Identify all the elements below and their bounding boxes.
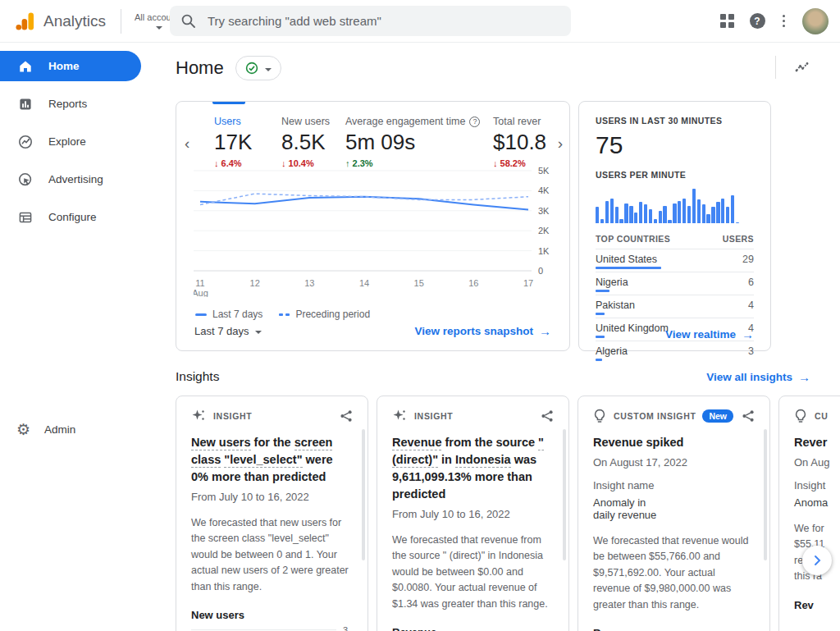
users-per-minute-bar <box>668 220 671 223</box>
insight-mini-chart: 32 <box>191 621 354 631</box>
users-per-minute-bar <box>634 213 637 223</box>
svg-text:17: 17 <box>523 278 533 288</box>
metric-label: New users <box>281 116 330 127</box>
content: ‹ › Users 17K ↓ 6.4% New users 8.5K ↓ 10… <box>176 94 840 631</box>
insight-card[interactable]: INSIGHTRevenue from the source "(direct)… <box>377 396 569 631</box>
users-per-minute-bar <box>736 222 739 223</box>
insights-sparkline-icon[interactable] <box>794 60 810 75</box>
insight-meta: Insight name <box>593 479 755 492</box>
insight-title-segment: for the <box>251 436 294 449</box>
sparkle-icon <box>191 409 206 423</box>
country-name: United States <box>596 254 657 265</box>
svg-text:11: 11 <box>195 278 204 288</box>
insight-card[interactable]: CUReverOn AugInsightAnomaWe for $55,11 r… <box>778 396 840 631</box>
country-row[interactable]: United States29 <box>596 249 754 272</box>
metrics-prev-icon[interactable]: ‹ <box>185 135 189 153</box>
country-bar <box>596 336 605 338</box>
svg-text:13: 13 <box>304 278 314 288</box>
svg-text:2K: 2K <box>538 226 550 235</box>
insight-title: Revenue from the source "(direct)" in In… <box>392 434 554 503</box>
card-scrollbar[interactable] <box>362 429 365 560</box>
insight-card[interactable]: CUSTOM INSIGHTNewRevenue spikedOn August… <box>578 396 770 631</box>
card-scrollbar[interactable] <box>764 429 767 560</box>
sidebar-item-home[interactable]: Home <box>0 51 141 81</box>
help-icon[interactable]: ? <box>750 13 765 29</box>
overview-footer: Last 7 days View reports snapshot→ <box>176 311 569 350</box>
view-reports-snapshot-link[interactable]: View reports snapshot→ <box>414 324 551 338</box>
metric-engagement-time[interactable]: Average engagement time? 5m 09s ↑ 2.3% <box>345 116 493 168</box>
page-title: Home <box>176 57 224 79</box>
svg-text:3K: 3K <box>538 206 550 216</box>
insight-card-header: CU <box>794 409 840 423</box>
arrow-right-icon: → <box>539 324 551 338</box>
users-per-minute-bar <box>711 207 714 223</box>
users-per-minute-bar <box>721 199 724 223</box>
date-range-select[interactable]: Last 7 days <box>194 325 262 337</box>
chevron-down-icon <box>156 26 162 30</box>
chevron-right-icon <box>810 554 824 567</box>
share-icon[interactable] <box>541 409 554 423</box>
avatar[interactable] <box>802 8 829 34</box>
view-realtime-link[interactable]: View realtime→ <box>665 327 754 341</box>
sidebar-item-advertising[interactable]: Advertising <box>0 164 141 194</box>
search-input[interactable] <box>206 13 559 29</box>
country-name: Nigeria <box>596 277 628 288</box>
insight-meta: Insight <box>794 479 840 492</box>
users-per-minute-bar <box>692 189 696 223</box>
country-users: 4 <box>748 299 754 311</box>
new-badge: New <box>702 409 733 423</box>
header-actions <box>775 56 810 79</box>
view-all-insights-link[interactable]: View all insights→ <box>706 370 810 384</box>
users-per-minute-bar <box>629 206 632 223</box>
insight-chart-label: Revenue <box>392 626 554 631</box>
country-row[interactable]: Pakistan4 <box>596 295 754 318</box>
metric-new-users[interactable]: New users 8.5K ↓ 10.4% <box>281 116 345 168</box>
traffic-chart: 5K4K3K2K1K011Aug121314151617 <box>194 167 552 300</box>
country-line: Algeria3 <box>596 345 754 357</box>
sidebar-item-admin[interactable]: ⚙ Admin <box>0 422 75 437</box>
country-users: 3 <box>748 345 754 357</box>
topbar: Analytics All accounts ? <box>0 0 840 43</box>
sidebar-item-explore[interactable]: Explore <box>0 126 141 157</box>
sidebar-item-reports[interactable]: Reports <box>0 89 141 119</box>
country-row[interactable]: Nigeria6 <box>596 272 754 295</box>
country-bar <box>596 313 605 315</box>
users-per-minute-bar <box>702 204 705 223</box>
country-line: United States29 <box>596 254 754 265</box>
page-header: Home <box>151 43 840 94</box>
metric-total-revenue[interactable]: Total rever $10.8 ↓ 58.2% <box>493 116 546 168</box>
metric-value: 5m 09s <box>345 130 493 155</box>
sidebar-item-configure[interactable]: Configure <box>0 202 141 232</box>
country-line: Pakistan4 <box>596 299 754 311</box>
insight-title-segment: Revenue spiked <box>593 436 683 449</box>
header-divider <box>775 56 776 79</box>
metric-users[interactable]: Users 17K ↓ 6.4% <box>214 116 281 168</box>
country-name: Algeria <box>596 345 628 357</box>
insight-card-header: CUSTOM INSIGHTNew <box>593 409 755 423</box>
carousel-next-button[interactable] <box>802 546 832 575</box>
metric-value: 17K <box>214 130 281 155</box>
insight-title-segment: New users <box>191 436 251 450</box>
help-icon[interactable]: ? <box>469 117 480 127</box>
svg-text:Aug: Aug <box>194 288 208 297</box>
card-scrollbar[interactable] <box>563 429 566 560</box>
insight-date: From July 10 to 16, 2022 <box>392 508 554 520</box>
realtime-card: USERS IN LAST 30 MINUTES 75 USERS PER MI… <box>578 101 771 351</box>
users-per-minute-bar <box>726 207 729 223</box>
share-icon[interactable] <box>340 409 353 423</box>
share-icon[interactable] <box>742 409 755 423</box>
insight-card[interactable]: INSIGHTNew users for the screen class "l… <box>176 396 368 631</box>
insight-body: We forecasted that revenue would be betw… <box>593 533 755 613</box>
sidebar-item-label: Admin <box>44 423 75 436</box>
check-circle-icon <box>245 62 258 75</box>
country-row[interactable]: Algeria3 <box>596 341 754 361</box>
chevron-down-icon <box>255 331 262 334</box>
users-per-minute-bar <box>619 219 623 223</box>
search-bar[interactable] <box>170 6 571 36</box>
insight-type-label: INSIGHT <box>213 411 253 421</box>
property-status-pill[interactable] <box>235 56 281 80</box>
metrics-next-icon[interactable]: › <box>558 135 563 153</box>
apps-grid-icon[interactable] <box>720 14 734 28</box>
analytics-logo[interactable]: Analytics <box>0 11 106 32</box>
more-menu-icon[interactable] <box>781 13 788 30</box>
